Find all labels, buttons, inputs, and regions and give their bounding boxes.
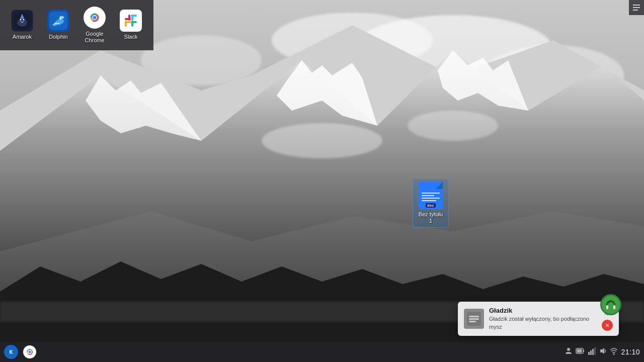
amarok-icon — [11, 10, 33, 32]
dolphin-icon — [47, 10, 69, 32]
chrome-icon — [84, 7, 106, 29]
network-icon[interactable] — [588, 347, 596, 357]
taskbar-right: 21:10 — [565, 347, 640, 357]
notification-body: Gładzik został wyłączony, bo podłączono … — [489, 315, 597, 331]
notification-app-icon — [464, 309, 484, 329]
desktop-file-bez-tytulu[interactable]: doc Bez tytułu 1 — [413, 178, 449, 228]
app-amarok[interactable]: Amarok — [5, 7, 39, 43]
dolphin-label: Dolphin — [49, 34, 67, 40]
svg-point-18 — [20, 19, 22, 21]
app-slack[interactable]: Slack — [114, 7, 148, 43]
svg-rect-40 — [469, 321, 476, 322]
top-right-menu-button[interactable] — [629, 0, 644, 15]
taskbar-left: K — [4, 343, 565, 360]
svg-marker-60 — [600, 348, 604, 354]
svg-rect-30 — [125, 18, 131, 20]
app-google-chrome[interactable]: GoogleChrome — [77, 4, 112, 47]
svg-point-27 — [93, 16, 97, 19]
svg-point-12 — [408, 111, 498, 141]
taskbar: K — [0, 342, 644, 362]
svg-point-43 — [602, 296, 620, 314]
amarok-label: Amarok — [13, 34, 32, 40]
taskbar-chrome-button[interactable] — [21, 343, 38, 360]
user-icon[interactable] — [565, 347, 573, 357]
wifi-icon[interactable] — [610, 347, 618, 357]
notification-content: Gładzik Gładzik został wyłączony, bo pod… — [489, 307, 597, 331]
notification-close-button[interactable]: × — [602, 320, 613, 331]
kde-menu-button[interactable]: K — [4, 345, 18, 359]
svg-rect-56 — [588, 352, 590, 355]
app-launcher-bar: Amarok Dolphin — [0, 0, 153, 50]
notification-title: Gładzik — [489, 307, 597, 314]
file-label: Bez tytułu 1 — [419, 211, 443, 224]
system-tray: 21:10 — [565, 347, 640, 357]
svg-rect-28 — [122, 12, 140, 30]
doc-badge: doc — [426, 203, 436, 208]
svg-point-21 — [59, 18, 61, 20]
svg-rect-44 — [606, 305, 608, 309]
app-dolphin[interactable]: Dolphin — [41, 7, 75, 43]
doc-file-icon: doc — [419, 182, 443, 209]
svg-point-11 — [262, 123, 382, 158]
svg-rect-32 — [131, 21, 137, 23]
battery-icon[interactable] — [576, 347, 585, 357]
svg-text:K: K — [9, 349, 13, 355]
slack-icon — [120, 10, 142, 32]
svg-point-51 — [29, 351, 31, 353]
chrome-label: GoogleChrome — [85, 31, 104, 44]
system-clock[interactable]: 21:10 — [621, 348, 640, 356]
menu-lines-icon — [633, 5, 640, 11]
svg-point-19 — [23, 19, 25, 21]
slack-label: Slack — [124, 34, 138, 40]
svg-rect-38 — [469, 316, 479, 317]
close-icon: × — [605, 322, 609, 329]
svg-rect-36 — [131, 15, 133, 21]
notification-toast: Gładzik Gładzik został wyłączony, bo pod… — [458, 302, 619, 336]
svg-rect-45 — [613, 305, 615, 309]
svg-rect-59 — [594, 347, 596, 355]
media-app-icon[interactable] — [600, 294, 621, 315]
svg-point-61 — [613, 353, 615, 355]
svg-rect-57 — [590, 350, 592, 355]
svg-rect-54 — [583, 350, 584, 352]
svg-rect-58 — [592, 349, 594, 355]
svg-rect-34 — [125, 21, 127, 27]
svg-rect-55 — [577, 349, 582, 353]
volume-icon[interactable] — [599, 347, 607, 357]
svg-rect-39 — [469, 318, 479, 320]
svg-point-52 — [567, 348, 570, 351]
